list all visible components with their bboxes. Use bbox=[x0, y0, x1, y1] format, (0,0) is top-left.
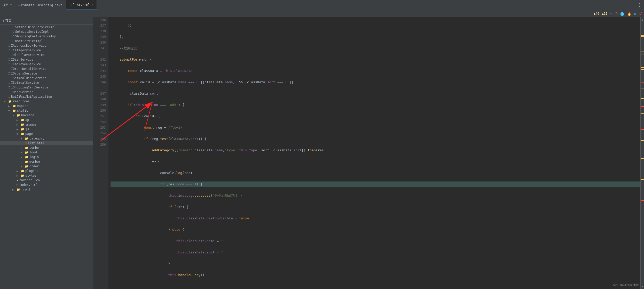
watermark: CSDN @吃炮炮坏蛋梦 bbox=[611, 283, 639, 287]
sidebar-item-idishflavorservice[interactable]: I IDishFlavorService bbox=[0, 53, 93, 57]
scroll-marker-6 bbox=[641, 140, 644, 141]
interface-icon: I bbox=[8, 49, 10, 52]
sidebar-item-iemployeeservice[interactable]: I IEmployeeService bbox=[0, 62, 93, 67]
item-label: images bbox=[25, 123, 36, 126]
sidebar-item-setmealdishserviceimpl[interactable]: C SetmealDishServiceImpl bbox=[0, 25, 93, 29]
tab-list[interactable]: ⬚ list.html ✕ bbox=[66, 0, 97, 10]
folder-icon: 📁 bbox=[21, 123, 24, 126]
sidebar-item-isetmealdishservice[interactable]: I ISetmealDishService bbox=[0, 76, 93, 80]
scroll-down-btn[interactable]: ▼ bbox=[641, 284, 644, 289]
browser-icon-2[interactable]: ⬤ bbox=[620, 12, 624, 16]
code-container[interactable]: 236 237 238 239 240 241 242 243 244 245 … bbox=[93, 17, 640, 289]
up-arrow-icon[interactable]: ↑ bbox=[610, 12, 612, 15]
code-line-238: //数据提交 bbox=[111, 45, 640, 51]
sidebar-item-page[interactable]: ▼ 📁 page bbox=[0, 131, 93, 136]
interface-icon: I bbox=[8, 53, 10, 57]
close-tab-icon[interactable]: ✕ bbox=[91, 3, 93, 6]
sidebar-item-api[interactable]: ▶ 📁 api bbox=[0, 118, 93, 122]
sidebar-item-iorderdetailservice[interactable]: I IOrderDetailService bbox=[0, 67, 93, 71]
sidebar-item-js[interactable]: ▶ 📁 js bbox=[0, 127, 93, 131]
title-bar-right: ⋮ bbox=[635, 3, 644, 7]
sidebar-item-login[interactable]: ▶ 📁 login bbox=[0, 155, 93, 159]
browser-icon-1[interactable]: ⬡ bbox=[615, 12, 618, 16]
sidebar-item-backend[interactable]: ▼ 📁 backend bbox=[0, 113, 93, 118]
line-numbers: 236 237 238 239 240 241 242 243 244 245 … bbox=[93, 17, 108, 289]
project-header[interactable]: ▼ 项目 bbox=[0, 17, 93, 25]
sidebar-item-ishoppingcartservice[interactable]: I IShoppingCartService bbox=[0, 85, 93, 90]
sidebar-item-userserviceimpl[interactable]: C UserServiceImpl bbox=[0, 39, 93, 43]
scroll-marker-9 bbox=[641, 200, 644, 201]
item-label: api bbox=[25, 118, 31, 122]
sidebar: ▼ 项目 C SetmealDishServiceImpl C SetmealS… bbox=[0, 17, 93, 289]
folder-icon: 📁 bbox=[21, 174, 24, 177]
item-label: UserServiceImpl bbox=[15, 39, 43, 43]
expand-icon: ▼ bbox=[4, 100, 7, 103]
browser-icon-3[interactable]: 🔥 bbox=[627, 12, 631, 16]
item-label: IShoppingCartService bbox=[11, 86, 49, 89]
sidebar-item-order[interactable]: ▶ 📁 order bbox=[0, 164, 93, 169]
code-content[interactable]: }) }, //数据提交 submitForm(st) { const clas… bbox=[108, 17, 640, 289]
sidebar-item-iaddressbookservice[interactable]: I IAddressBookService bbox=[0, 43, 93, 48]
html-icon: ⬚ bbox=[70, 3, 72, 6]
code-line-252: } else { bbox=[111, 227, 640, 233]
sidebar-item-favicon[interactable]: ★ favicon.ico bbox=[0, 178, 93, 183]
tab-mybatis[interactable]: ☕ MybatisPlusConfig.java bbox=[14, 0, 66, 10]
browser-icon-4[interactable]: ◈ bbox=[634, 12, 636, 16]
code-line-250: if (!st) { bbox=[111, 204, 640, 210]
class-icon: C bbox=[12, 30, 14, 34]
folder-icon: 📁 bbox=[21, 132, 24, 136]
code-line-246b: => { bbox=[111, 159, 640, 164]
item-label: IOrderDetailService bbox=[11, 67, 46, 71]
scroll-track[interactable] bbox=[641, 22, 644, 284]
sidebar-item-setmealserviceimpl[interactable]: C SetmealServiceImpl bbox=[0, 29, 93, 34]
folder-icon: 📁 bbox=[25, 146, 28, 150]
sidebar-item-list-html[interactable]: ⬚ list.html bbox=[0, 141, 93, 145]
folder-icon: 📁 bbox=[12, 109, 16, 112]
sidebar-item-images[interactable]: ▶ 📁 images bbox=[0, 122, 93, 127]
sidebar-item-styles[interactable]: ▶ 📁 styles bbox=[0, 173, 93, 178]
menu-icon[interactable]: ⋮ bbox=[637, 3, 641, 7]
interface-icon: I bbox=[8, 77, 10, 80]
sidebar-item-category[interactable]: ▼ 📁 category bbox=[0, 136, 93, 141]
code-line-247: console.log(res) bbox=[111, 170, 640, 176]
interface-icon: I bbox=[8, 67, 10, 71]
sidebar-item-combo[interactable]: ▶ 📁 combo bbox=[0, 145, 93, 150]
right-scroll-panel[interactable]: ▲ ▼ bbox=[640, 17, 644, 289]
sidebar-item-iordersservice[interactable]: I IOrdersService bbox=[0, 71, 93, 76]
sidebar-item-plugins[interactable]: ▶ 📁 plugins bbox=[0, 169, 93, 173]
code-line-237: }, bbox=[111, 34, 640, 40]
scroll-marker-8 bbox=[641, 179, 644, 180]
sidebar-item-index-html[interactable]: ⬚ index.html bbox=[0, 183, 93, 187]
sidebar-item-resources[interactable]: ▼ 📁 resources bbox=[0, 99, 93, 104]
expand-icon: ▶ bbox=[21, 151, 24, 154]
dropdown-icon[interactable]: ▼ bbox=[10, 4, 12, 6]
sidebar-item-front[interactable]: ▶ 📁 front bbox=[0, 187, 93, 192]
sidebar-item-icategoryservice[interactable]: I ICategoryService bbox=[0, 48, 93, 53]
folder-icon: 📁 bbox=[21, 128, 24, 131]
project-label[interactable]: 项目 bbox=[3, 3, 9, 7]
item-label: ICategoryService bbox=[11, 48, 41, 52]
sidebar-item-ruijiwaimaiapplication[interactable]: ★ RuiJiWaiMaiApplication bbox=[0, 94, 93, 99]
expand-icon: ▶ bbox=[8, 105, 11, 108]
code-line-256: this.handleQuery() bbox=[111, 272, 640, 278]
code-line-239: submitForm(st) { bbox=[111, 57, 640, 62]
sidebar-item-iuserservice[interactable]: I IUserService bbox=[0, 90, 93, 94]
sidebar-item-static[interactable]: ▼ 📁 static bbox=[0, 108, 93, 113]
sidebar-item-shoppingcartserviceimpl[interactable]: C ShoppingCartServiceImpl bbox=[0, 34, 93, 39]
sidebar-item-isetmealservice[interactable]: I ISetmealService bbox=[0, 80, 93, 85]
folder-icon: 📁 bbox=[25, 151, 28, 154]
expand-icon: ▼ bbox=[21, 137, 24, 140]
folder-icon: 📁 bbox=[17, 188, 20, 191]
sidebar-item-member[interactable]: ▶ 📁 member bbox=[0, 159, 93, 164]
item-label: static bbox=[17, 109, 28, 112]
item-label: food bbox=[29, 151, 37, 154]
tab-list-label: list.html bbox=[73, 3, 90, 7]
item-label: combo bbox=[29, 146, 39, 150]
sidebar-item-mapper[interactable]: ▶ 📁 mapper bbox=[0, 104, 93, 108]
item-label: list.html bbox=[28, 141, 44, 145]
tabs-container: ☕ MybatisPlusConfig.java ⬚ list.html ✕ bbox=[14, 0, 635, 10]
sidebar-item-food[interactable]: ▶ 📁 food bbox=[0, 150, 93, 155]
sidebar-item-idishservice[interactable]: I IDishService bbox=[0, 57, 93, 62]
interface-icon: I bbox=[8, 86, 10, 89]
interface-icon: I bbox=[8, 81, 10, 85]
